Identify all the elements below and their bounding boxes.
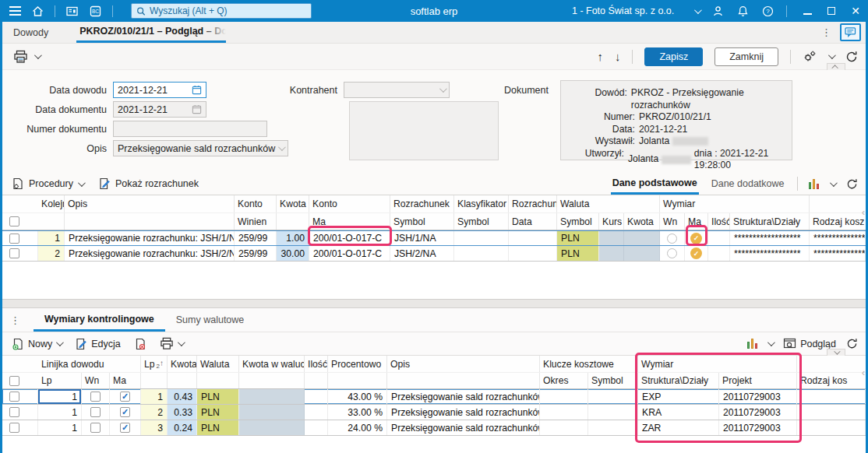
row-checkbox[interactable]: [9, 407, 19, 417]
table-row[interactable]: 1 1 0.43 PLN 43.00 % Przeksięgowanie sal…: [2, 389, 866, 405]
podglad-button[interactable]: Podgląd: [783, 338, 836, 349]
col-rozrachunek-data[interactable]: Rozrachunek: [509, 195, 557, 212]
comments-button[interactable]: [840, 23, 861, 41]
col-kurs[interactable]: Kurs: [599, 213, 624, 230]
print-options-chevron-icon[interactable]: [34, 51, 42, 59]
table-row[interactable]: 1 Przeksięgowanie rozrachunku: JSH/1/NA …: [2, 230, 866, 246]
col-rodzaj[interactable]: Rodzaj kos: [797, 373, 866, 388]
cell-linijka-lp[interactable]: 1: [38, 389, 82, 404]
col-lp[interactable]: Lp2: [141, 356, 168, 372]
company-selector[interactable]: 1 - Foto Świat sp. z o.o.: [572, 5, 700, 16]
col-projekt[interactable]: Projekt: [719, 373, 797, 388]
chart-icon[interactable]: [747, 339, 758, 349]
move-down-button[interactable]: ↓: [615, 50, 621, 63]
panel-menu-icon[interactable]: ⋮: [10, 318, 19, 322]
col-winien[interactable]: Winien: [235, 213, 277, 230]
section-splitter[interactable]: [2, 299, 866, 308]
ma-checked-icon[interactable]: [690, 233, 702, 244]
chart-options-chevron-icon[interactable]: [830, 179, 838, 187]
wn-checkbox[interactable]: [90, 423, 101, 433]
col-struktura[interactable]: Struktura\Działy: [638, 373, 719, 388]
table-row[interactable]: 1 2 0.33 PLN 33.00 % Przeksięgowanie sal…: [2, 405, 866, 420]
col-ma[interactable]: Ma: [309, 213, 390, 230]
wn-checkbox[interactable]: [90, 392, 101, 402]
col-klasyfikator[interactable]: Klasyfikator: [454, 195, 509, 212]
help-icon[interactable]: ?: [761, 5, 774, 18]
col-kwota[interactable]: Kwota: [277, 195, 309, 212]
col-ilosc[interactable]: Ilość: [708, 213, 730, 230]
select-all-checkbox[interactable]: [9, 216, 19, 226]
edycja-button[interactable]: Edycja: [75, 338, 121, 350]
ma-checkbox[interactable]: [120, 407, 130, 417]
collapse-toolbar-button[interactable]: [827, 63, 845, 70]
wn-radio[interactable]: [667, 248, 677, 258]
close-window-button[interactable]: ✕: [851, 5, 860, 16]
row-checkbox[interactable]: [9, 392, 19, 402]
move-up-button[interactable]: ↑: [597, 50, 603, 63]
tab-wymiary-kontrolingowe[interactable]: Wymiary kontrolingowe: [34, 308, 165, 332]
col-waluta-symbol[interactable]: Symbol: [557, 213, 599, 230]
col-kwota[interactable]: Kwota: [168, 356, 197, 372]
scroll-left-icon[interactable]: ‹: [862, 206, 865, 218]
table-row[interactable]: 2 Przeksięgowanie rozrachunku: JSH/2/NA …: [2, 246, 866, 262]
collapse-panel-button[interactable]: [827, 349, 845, 356]
home-icon[interactable]: [31, 5, 44, 18]
row-checkbox[interactable]: [9, 234, 19, 244]
col-symbol[interactable]: Symbol: [588, 373, 638, 388]
col-opis[interactable]: Opis: [65, 195, 235, 212]
tab-dowody[interactable]: Dowody: [2, 22, 59, 43]
col-konto-ma[interactable]: Konto: [309, 195, 390, 212]
col-ilosc[interactable]: Ilość: [305, 356, 328, 372]
row-checkbox[interactable]: [9, 248, 19, 258]
col-linijka-lp[interactable]: Lp: [38, 373, 82, 388]
minimize-button[interactable]: [803, 8, 812, 15]
opis-combobox[interactable]: Przeksięgowanie sald rozrachunków: [113, 140, 288, 156]
col-symbol[interactable]: Symbol: [390, 213, 454, 230]
data-dowodu-field[interactable]: 2021-12-21: [113, 82, 206, 98]
pokaz-rozrachunek-button[interactable]: Pokaż rozrachunek: [98, 177, 199, 190]
col-data[interactable]: Data: [509, 213, 557, 230]
global-search[interactable]: [131, 3, 312, 19]
close-button[interactable]: Zamknij: [715, 47, 778, 66]
col-rodzaj[interactable]: Rodzaj kosz: [810, 213, 866, 230]
print-icon[interactable]: [13, 50, 28, 64]
ma-checkbox[interactable]: [120, 423, 130, 433]
col-wn[interactable]: Wn: [660, 213, 685, 230]
col-kwota-w-walucie[interactable]: Kwota w waluci: [239, 356, 305, 372]
print-grid-button[interactable]: [160, 337, 183, 350]
col-symbol[interactable]: Symbol: [454, 213, 509, 230]
row-checkbox[interactable]: [9, 423, 19, 433]
col-struktura[interactable]: Struktura\Działy: [730, 213, 810, 230]
nowy-button[interactable]: Nowy: [12, 338, 62, 350]
procedury-menu[interactable]: Procedury: [12, 177, 83, 190]
refresh-icon[interactable]: [846, 338, 858, 349]
scroll-left-icon[interactable]: ‹: [862, 367, 865, 378]
maximize-button[interactable]: [827, 7, 835, 15]
news-icon[interactable]: [65, 5, 79, 18]
select-all-checkbox[interactable]: [9, 376, 19, 386]
col-rozrachunek-symbol[interactable]: Rozrachunek: [390, 195, 454, 212]
col-okres[interactable]: Okres: [540, 373, 588, 388]
menu-icon[interactable]: [9, 6, 21, 16]
ma-checkbox[interactable]: [120, 392, 130, 402]
user-icon[interactable]: [711, 5, 725, 18]
tab-pkroz-active[interactable]: PKROZ/010/21/1 – Podgląd – Dowody: [76, 22, 226, 43]
col-wymiar-ma[interactable]: Ma: [685, 213, 708, 230]
refresh-icon[interactable]: [845, 51, 858, 63]
calendar-icon[interactable]: [192, 85, 202, 95]
search-input[interactable]: [150, 5, 306, 16]
col-opis[interactable]: Opis: [387, 356, 540, 372]
col-linijka-ma[interactable]: Ma: [110, 373, 141, 388]
notifications-icon[interactable]: [736, 5, 750, 18]
chart-icon[interactable]: [809, 179, 820, 189]
col-waluta-kwota[interactable]: Kwota: [624, 213, 660, 230]
col-procentowo[interactable]: Procentowo: [328, 356, 387, 372]
wn-checkbox[interactable]: [90, 407, 101, 417]
tab-dane-dodatkowe[interactable]: Dane dodatkowe: [710, 173, 786, 195]
col-waluta[interactable]: Waluta: [197, 356, 239, 372]
chart-options-chevron-icon[interactable]: [767, 339, 775, 346]
bc-module-icon[interactable]: BC: [89, 5, 102, 18]
col-konto-winien[interactable]: Konto: [235, 195, 277, 212]
delete-row-button[interactable]: [134, 338, 146, 350]
settings-gears-icon[interactable]: [803, 50, 817, 63]
